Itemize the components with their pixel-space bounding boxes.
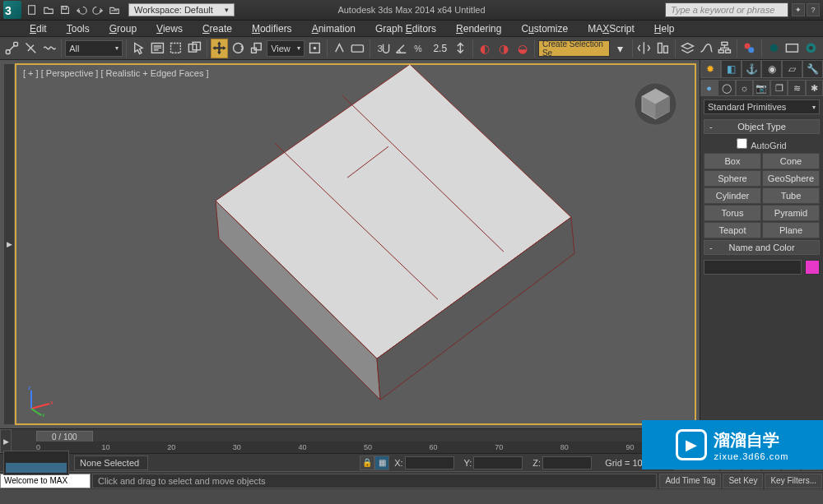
select-object-icon[interactable] bbox=[130, 39, 147, 58]
ese3-icon[interactable]: ◒ bbox=[514, 39, 531, 58]
scene-box[interactable] bbox=[133, 63, 578, 418]
keyboard-shortcut-icon[interactable] bbox=[349, 39, 366, 58]
ese2-icon[interactable]: ◑ bbox=[495, 39, 513, 58]
motion-tab-icon[interactable]: ◉ bbox=[761, 60, 782, 78]
cameras-tab-icon[interactable]: 📷 bbox=[753, 80, 770, 96]
time-slider-zone[interactable]: 0 / 100 0 10 20 30 40 50 60 70 80 90 bbox=[12, 429, 700, 453]
manipulate-icon[interactable] bbox=[331, 39, 348, 58]
select-move-icon[interactable] bbox=[211, 39, 228, 58]
rollout-name-color[interactable]: Name and Color bbox=[704, 240, 820, 255]
torus-button[interactable]: Torus bbox=[704, 205, 761, 221]
menu-customize[interactable]: Customize bbox=[511, 21, 578, 36]
category-dropdown[interactable]: Standard Primitives bbox=[704, 99, 820, 114]
menu-views[interactable]: Views bbox=[146, 21, 193, 36]
z-input[interactable] bbox=[542, 456, 592, 469]
hierarchy-tab-icon[interactable]: ⚓ bbox=[742, 60, 762, 78]
set-key-button[interactable]: Set Key bbox=[723, 474, 763, 488]
help-search-input[interactable]: Type a keyword or phrase bbox=[665, 2, 788, 17]
material-editor-icon[interactable] bbox=[741, 39, 758, 58]
spinner-snap-icon[interactable] bbox=[452, 39, 469, 58]
link-icon[interactable] bbox=[3, 39, 21, 58]
rollout-object-type[interactable]: Object Type bbox=[704, 119, 820, 134]
unlink-icon[interactable] bbox=[22, 39, 40, 58]
bind-spacewarp-icon[interactable] bbox=[41, 39, 58, 58]
menu-create[interactable]: Create bbox=[193, 21, 242, 36]
menu-maxscript[interactable]: MAXScript bbox=[578, 21, 644, 36]
lights-tab-icon[interactable]: ☼ bbox=[736, 80, 753, 96]
ref-coord-system[interactable]: View bbox=[267, 40, 305, 57]
mirror-icon[interactable] bbox=[635, 39, 653, 58]
object-color-swatch[interactable] bbox=[805, 260, 820, 275]
tube-button[interactable]: Tube bbox=[762, 187, 820, 204]
select-region-icon[interactable] bbox=[167, 39, 184, 58]
render-setup-icon[interactable] bbox=[765, 39, 783, 58]
lock-selection-icon[interactable]: 🔒 bbox=[360, 455, 374, 470]
select-rotate-icon[interactable] bbox=[230, 39, 247, 58]
maxscript-listener[interactable]: Welcome to MAX bbox=[0, 474, 91, 488]
menu-rendering[interactable]: Rendering bbox=[446, 21, 511, 36]
absolute-mode-icon[interactable]: ▦ bbox=[374, 455, 389, 470]
workspace-selector[interactable]: Workspace: Default bbox=[128, 3, 235, 16]
viewport-side-tab[interactable]: ▶ bbox=[3, 63, 15, 425]
display-tab-icon[interactable]: ▱ bbox=[782, 60, 802, 78]
key-filters-button[interactable]: Key Filters... bbox=[765, 474, 822, 488]
menu-edit[interactable]: Edit bbox=[20, 21, 57, 36]
time-ruler[interactable]: 0 10 20 30 40 50 60 70 80 90 bbox=[36, 442, 691, 453]
x-input[interactable] bbox=[405, 456, 454, 469]
pyramid-button[interactable]: Pyramid bbox=[762, 205, 820, 221]
object-name-input[interactable] bbox=[704, 260, 802, 275]
modify-tab-icon[interactable]: ◧ bbox=[721, 60, 742, 78]
pivot-center-icon[interactable] bbox=[306, 39, 323, 58]
menu-tools[interactable]: Tools bbox=[57, 21, 100, 36]
sphere-button[interactable]: Sphere bbox=[704, 170, 761, 187]
infocenter-icon[interactable]: ✦ bbox=[792, 3, 805, 16]
ese-icon[interactable]: ◐ bbox=[477, 39, 494, 58]
create-tab-icon[interactable]: ✹ bbox=[700, 60, 721, 78]
named-selection-sets[interactable]: Create Selection Se bbox=[538, 40, 610, 57]
angle-snap-icon[interactable] bbox=[393, 39, 410, 58]
menu-modifiers[interactable]: Modifiers bbox=[242, 21, 302, 36]
percent-snap-icon[interactable]: % bbox=[412, 39, 429, 58]
menu-help[interactable]: Help bbox=[644, 21, 685, 36]
viewport-label[interactable]: [ + ] [ Perspective ] [ Realistic + Edge… bbox=[23, 68, 209, 78]
layers-icon[interactable] bbox=[679, 39, 696, 58]
select-scale-icon[interactable] bbox=[248, 39, 265, 58]
y-input[interactable] bbox=[473, 456, 523, 469]
schematic-icon[interactable] bbox=[716, 39, 733, 58]
box-button[interactable]: Box bbox=[704, 153, 761, 169]
utilities-tab-icon[interactable]: 🔧 bbox=[802, 60, 823, 78]
render-frame-icon[interactable] bbox=[783, 39, 801, 58]
snap-toggle-icon[interactable]: 3 bbox=[374, 39, 391, 58]
curve-editor-icon[interactable] bbox=[698, 39, 715, 58]
menu-animation[interactable]: Animation bbox=[302, 21, 365, 36]
teapot-button[interactable]: Teapot bbox=[704, 222, 761, 238]
app-logo[interactable]: 3 bbox=[3, 1, 21, 19]
add-time-tag[interactable]: Add Time Tag bbox=[659, 474, 721, 488]
project-icon[interactable] bbox=[107, 2, 122, 17]
plane-button[interactable]: Plane bbox=[762, 222, 820, 238]
cone-button[interactable]: Cone bbox=[762, 153, 820, 169]
geometry-tab-icon[interactable]: ● bbox=[700, 80, 718, 96]
spacewarps-tab-icon[interactable]: ≋ bbox=[788, 80, 805, 96]
open-icon[interactable] bbox=[41, 2, 56, 17]
trackbar-mini[interactable] bbox=[3, 451, 69, 475]
autogrid-checkbox[interactable]: AutoGrid bbox=[700, 136, 823, 153]
named-sel-dropdown-icon[interactable]: ▾ bbox=[611, 39, 629, 58]
viewport-perspective[interactable]: [ + ] [ Perspective ] [ Realistic + Edge… bbox=[15, 63, 696, 425]
menu-group[interactable]: Group bbox=[100, 21, 146, 36]
select-by-name-icon[interactable] bbox=[149, 39, 166, 58]
shapes-tab-icon[interactable]: ◯ bbox=[718, 80, 735, 96]
helpers-tab-icon[interactable]: ❐ bbox=[770, 80, 788, 96]
systems-tab-icon[interactable]: ✱ bbox=[806, 80, 823, 96]
undo-icon[interactable] bbox=[74, 2, 89, 17]
redo-icon[interactable] bbox=[91, 2, 105, 17]
selection-filter[interactable]: All bbox=[65, 40, 123, 57]
new-icon[interactable] bbox=[25, 2, 40, 17]
cylinder-button[interactable]: Cylinder bbox=[704, 187, 761, 204]
align-icon[interactable] bbox=[654, 39, 672, 58]
save-icon[interactable] bbox=[58, 2, 72, 17]
render-icon[interactable] bbox=[802, 39, 820, 58]
viewcube-icon[interactable] bbox=[633, 81, 678, 127]
help-icon[interactable]: ? bbox=[807, 3, 820, 16]
geosphere-button[interactable]: GeoSphere bbox=[762, 170, 820, 187]
